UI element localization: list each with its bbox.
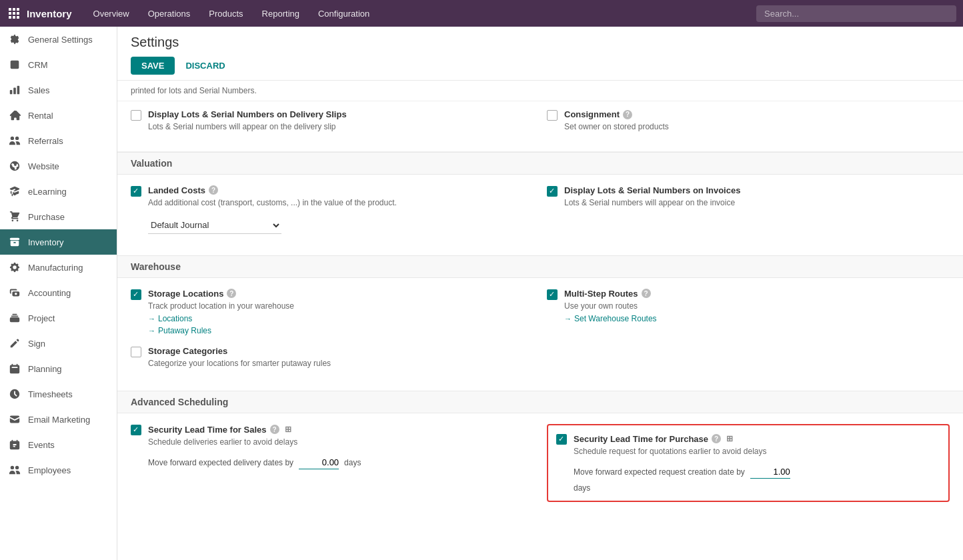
- sidebar-label-employees: Employees: [28, 465, 71, 475]
- main-content: Settings SAVE DISCARD printed for lots a…: [117, 27, 963, 560]
- multi-step-routes-item: Multi-Step Routes ? Use your own routes …: [547, 289, 950, 336]
- sidebar-label-accounting: Accounting: [28, 288, 71, 298]
- security-lead-sales-checkbox[interactable]: [131, 425, 141, 435]
- sidebar-label-elearning: eLearning: [28, 187, 67, 197]
- crm-icon: [8, 58, 21, 71]
- sidebar-item-crm[interactable]: CRM: [0, 52, 117, 77]
- svg-rect-7: [13, 16, 15, 19]
- action-buttons: SAVE DISCARD: [131, 57, 950, 75]
- sidebar-item-rental[interactable]: Rental: [0, 103, 117, 128]
- sidebar-item-planning[interactable]: Planning: [0, 356, 117, 381]
- nav-operations[interactable]: Operations: [140, 5, 199, 23]
- default-journal-select[interactable]: Default Journal: [148, 217, 281, 234]
- security-lead-purchase-sheet-icon[interactable]: ⊞: [724, 433, 735, 444]
- security-lead-sales-title: Security Lead Time for Sales ? ⊞: [148, 424, 534, 435]
- warehouse-row: Storage Locations ? Track product locati…: [131, 289, 950, 336]
- storage-categories-title: Storage Categories: [148, 346, 534, 356]
- nav-products[interactable]: Products: [201, 5, 251, 23]
- display-lots-delivery-desc: Lots & Serial numbers will appear on the…: [148, 121, 534, 133]
- display-lots-invoices-title: Display Lots & Serial Numbers on Invoice…: [564, 185, 950, 195]
- sidebar-item-sign[interactable]: Sign: [0, 331, 117, 356]
- nav-configuration[interactable]: Configuration: [310, 5, 377, 23]
- storage-categories-item: Storage Categories Categorize your locat…: [131, 346, 534, 369]
- sidebar-item-elearning[interactable]: eLearning: [0, 179, 117, 204]
- traceability-section: Display Lots & Serial Numbers on Deliver…: [117, 101, 963, 152]
- landed-costs-help-icon[interactable]: ?: [209, 185, 218, 195]
- manufacturing-icon: [8, 261, 21, 274]
- consignment-checkbox[interactable]: [547, 110, 558, 121]
- project-icon: [8, 311, 21, 325]
- page-title: Settings: [131, 35, 950, 50]
- sidebar-label-inventory: Inventory: [28, 237, 63, 247]
- display-lots-delivery-content: Display Lots & Serial Numbers on Deliver…: [148, 109, 534, 133]
- multi-step-routes-desc: Use your own routes: [564, 301, 950, 312]
- sidebar-label-planning: Planning: [28, 364, 62, 374]
- sidebar-label-website: Website: [28, 161, 59, 171]
- security-lead-sales-sheet-icon[interactable]: ⊞: [283, 424, 293, 435]
- sidebar-item-sales[interactable]: Sales: [0, 77, 117, 103]
- settings-body: printed for lots and Serial Numbers. Dis…: [117, 81, 963, 523]
- consignment-help-icon[interactable]: ?: [623, 110, 632, 119]
- security-lead-sales-input[interactable]: [299, 456, 339, 469]
- security-lead-purchase-checkbox[interactable]: [556, 434, 567, 445]
- sidebar-label-email-marketing: Email Marketing: [28, 415, 90, 425]
- putaway-arrow: →: [148, 327, 155, 335]
- sidebar-item-inventory[interactable]: Inventory: [0, 229, 117, 255]
- security-lead-sales-help-icon[interactable]: ?: [270, 425, 279, 434]
- accounting-icon: [8, 286, 21, 299]
- locations-link[interactable]: → Locations: [148, 314, 534, 323]
- security-lead-purchase-help-icon[interactable]: ?: [712, 434, 721, 443]
- sidebar-item-accounting[interactable]: Accounting: [0, 280, 117, 305]
- nav-overview[interactable]: Overview: [85, 5, 137, 23]
- truncated-top-text: printed for lots and Serial Numbers.: [117, 81, 963, 101]
- search-input[interactable]: [756, 5, 956, 22]
- sidebar-item-events[interactable]: Events: [0, 432, 117, 457]
- save-button[interactable]: SAVE: [131, 57, 175, 75]
- traceability-row: Display Lots & Serial Numbers on Deliver…: [131, 109, 950, 133]
- sidebar-item-email-marketing[interactable]: Email Marketing: [0, 407, 117, 432]
- sidebar-item-general-settings[interactable]: General Settings: [0, 27, 117, 52]
- security-lead-purchase-content: Security Lead Time for Purchase ? ⊞ Sche…: [574, 433, 940, 493]
- sidebar-item-purchase[interactable]: Purchase: [0, 204, 117, 229]
- valuation-section-header: Valuation: [117, 152, 963, 175]
- app-name: Inventory: [27, 8, 72, 19]
- advanced-scheduling-row: Security Lead Time for Sales ? ⊞ Schedul…: [131, 424, 950, 502]
- nav-items: Overview Operations Products Reporting C…: [85, 5, 378, 23]
- multi-step-routes-help-icon[interactable]: ?: [642, 289, 651, 298]
- sidebar-item-website[interactable]: Website: [0, 153, 117, 179]
- sales-icon: [8, 83, 21, 97]
- default-journal-dropdown-container: Default Journal: [148, 217, 534, 234]
- security-lead-sales-content: Security Lead Time for Sales ? ⊞ Schedul…: [148, 424, 534, 469]
- employees-icon: [8, 463, 21, 477]
- security-lead-sales-item: Security Lead Time for Sales ? ⊞ Schedul…: [131, 424, 534, 502]
- sidebar-item-manufacturing[interactable]: Manufacturing: [0, 255, 117, 280]
- sidebar-label-rental: Rental: [28, 111, 53, 121]
- storage-categories-content: Storage Categories Categorize your locat…: [148, 346, 534, 369]
- set-warehouse-routes-link[interactable]: → Set Warehouse Routes: [564, 314, 950, 323]
- svg-rect-0: [9, 8, 11, 11]
- consignment-title: Consignment ?: [564, 109, 950, 119]
- storage-locations-title: Storage Locations ?: [148, 289, 534, 299]
- nav-reporting[interactable]: Reporting: [254, 5, 307, 23]
- svg-rect-6: [9, 16, 11, 19]
- sidebar-item-project[interactable]: Project: [0, 305, 117, 331]
- discard-button[interactable]: DISCARD: [180, 57, 230, 75]
- storage-locations-checkbox[interactable]: [131, 289, 141, 300]
- display-lots-delivery-item: Display Lots & Serial Numbers on Deliver…: [131, 109, 534, 133]
- multi-step-routes-checkbox[interactable]: [547, 289, 558, 300]
- sidebar-label-general-settings: General Settings: [28, 35, 93, 45]
- security-lead-purchase-input[interactable]: [750, 465, 790, 479]
- app-grid-icon[interactable]: [7, 6, 21, 21]
- landed-costs-checkbox[interactable]: [131, 186, 141, 197]
- sidebar-label-sales: Sales: [28, 85, 50, 95]
- storage-categories-checkbox[interactable]: [131, 347, 141, 357]
- sidebar-item-referrals[interactable]: Referrals: [0, 128, 117, 153]
- display-lots-delivery-checkbox[interactable]: [131, 110, 141, 121]
- storage-locations-help-icon[interactable]: ?: [227, 289, 236, 298]
- sidebar-item-employees[interactable]: Employees: [0, 457, 117, 483]
- sidebar-item-timesheets[interactable]: Timesheets: [0, 381, 117, 407]
- putaway-rules-link[interactable]: → Putaway Rules: [148, 326, 534, 335]
- landed-costs-desc: Add additional cost (transport, customs,…: [148, 197, 534, 209]
- sidebar-label-manufacturing: Manufacturing: [28, 263, 83, 273]
- display-lots-invoices-checkbox[interactable]: [547, 186, 558, 197]
